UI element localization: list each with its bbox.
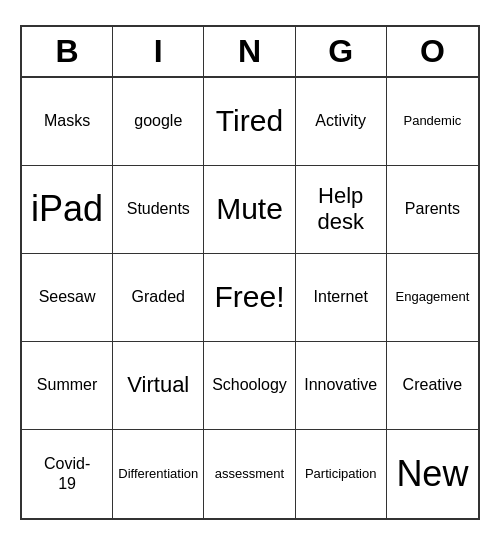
bingo-cell: Seesaw [22,254,113,342]
cell-text: Differentiation [118,466,198,482]
cell-text: Internet [314,287,368,306]
bingo-cell: Helpdesk [296,166,387,254]
bingo-cell: Graded [113,254,204,342]
bingo-cell: Creative [387,342,478,430]
cell-text: Graded [132,287,185,306]
header-letter: O [387,27,478,76]
header-letter: I [113,27,204,76]
bingo-cell: Parents [387,166,478,254]
cell-text: Engagement [396,289,470,305]
bingo-cell: Engagement [387,254,478,342]
cell-text: Schoology [212,375,287,394]
cell-text: google [134,111,182,130]
header-letter: N [204,27,295,76]
cell-text: Masks [44,111,90,130]
cell-text: Tired [216,103,283,139]
header-letter: B [22,27,113,76]
bingo-cell: Participation [296,430,387,518]
bingo-cell: Summer [22,342,113,430]
cell-text: Parents [405,199,460,218]
bingo-cell: Internet [296,254,387,342]
bingo-cell: Activity [296,78,387,166]
cell-text: Mute [216,191,283,227]
cell-text: Seesaw [39,287,96,306]
bingo-cell: New [387,430,478,518]
cell-text: New [396,452,468,495]
bingo-cell: iPad [22,166,113,254]
cell-text: Summer [37,375,97,394]
bingo-cell: Tired [204,78,295,166]
cell-text: Covid-19 [44,454,90,492]
bingo-card: BINGO MasksgoogleTiredActivityPandemiciP… [20,25,480,520]
cell-text: Activity [315,111,366,130]
header-letter: G [296,27,387,76]
cell-text: Free! [214,279,284,315]
bingo-cell: google [113,78,204,166]
cell-text: Innovative [304,375,377,394]
bingo-cell: Virtual [113,342,204,430]
cell-text: Participation [305,466,377,482]
bingo-cell: Students [113,166,204,254]
cell-text: Pandemic [403,113,461,129]
bingo-cell: Covid-19 [22,430,113,518]
cell-text: Students [127,199,190,218]
cell-text: iPad [31,187,103,230]
bingo-header: BINGO [22,27,478,78]
bingo-cell: Differentiation [113,430,204,518]
bingo-cell: Masks [22,78,113,166]
cell-text: Helpdesk [317,183,363,236]
bingo-cell: Innovative [296,342,387,430]
cell-text: Creative [403,375,463,394]
bingo-grid: MasksgoogleTiredActivityPandemiciPadStud… [22,78,478,518]
bingo-cell: assessment [204,430,295,518]
cell-text: assessment [215,466,284,482]
cell-text: Virtual [127,372,189,398]
bingo-cell: Free! [204,254,295,342]
bingo-cell: Schoology [204,342,295,430]
bingo-cell: Pandemic [387,78,478,166]
bingo-cell: Mute [204,166,295,254]
